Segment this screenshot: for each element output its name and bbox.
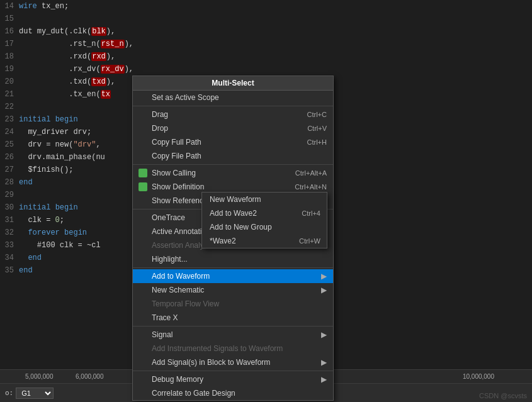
menu-item-trace-x[interactable]: Trace X	[133, 311, 333, 325]
timeline-tick-3: 10,000,000	[463, 373, 494, 380]
watermark: CSDN @scvsts	[479, 392, 527, 399]
menu-item-drag[interactable]: Drag Ctrl+C	[133, 108, 333, 121]
code-line-14: 14 wire tx_en;	[0, 0, 532, 13]
arrow-icon-new-schematic: ▶	[321, 286, 327, 294]
scope-dropdown[interactable]: G1	[16, 388, 54, 399]
green-icon-calling	[138, 168, 148, 178]
context-menu-title: Multi-Select	[133, 76, 333, 91]
submenu-item-add-to-wave2[interactable]: Add to Wave2 Ctrl+4	[202, 206, 327, 220]
menu-item-debug-memory[interactable]: Debug Memory ▶	[133, 372, 333, 386]
submenu-item-wave2[interactable]: *Wave2 Ctrl+W	[202, 234, 327, 248]
green-icon-definition	[138, 182, 148, 192]
timeline-tick-1: 5,000,000	[25, 373, 54, 380]
timeline-tick-2: 6,000,000	[76, 373, 104, 380]
menu-item-show-calling[interactable]: Show Calling Ctrl+Alt+A	[133, 166, 333, 180]
menu-divider-4	[133, 267, 333, 268]
menu-divider-1	[133, 106, 333, 106]
code-line-16: 16 dut my_dut(.clk(blk),	[0, 25, 532, 38]
menu-item-new-schematic[interactable]: New Schematic ▶	[133, 283, 333, 297]
menu-item-correlate-gate[interactable]: Correlate to Gate Design	[133, 386, 333, 400]
menu-divider-5	[133, 326, 333, 327]
arrow-icon-add-signals: ▶	[321, 358, 327, 367]
scope-label: o:	[5, 389, 13, 397]
code-line-17: 17 .rst_n(rst_n),	[0, 38, 532, 50]
menu-item-add-signals-block[interactable]: Add Signal(s) in Block to Waveform ▶	[133, 355, 333, 369]
submenu-add-to-waveform: New Waveform Add to Wave2 Ctrl+4 Add to …	[201, 192, 327, 248]
submenu-item-new-waveform[interactable]: New Waveform	[202, 193, 327, 206]
submenu-item-add-to-new-group[interactable]: Add to New Group	[202, 220, 327, 234]
menu-item-add-to-waveform[interactable]: Add to Waveform ▶	[133, 269, 333, 283]
menu-item-highlight[interactable]: Highlight...	[133, 252, 333, 266]
menu-item-drop[interactable]: Drop Ctrl+V	[133, 121, 333, 135]
arrow-icon-signal: ▶	[321, 330, 327, 339]
arrow-icon-add-waveform: ▶	[321, 272, 327, 281]
menu-item-add-instrumented: Add Instrumented Signals to Waveform	[133, 342, 333, 355]
code-line-15: 15	[0, 13, 532, 25]
menu-divider-2	[133, 164, 333, 165]
menu-item-signal[interactable]: Signal ▶	[133, 328, 333, 342]
menu-divider-6	[133, 371, 333, 371]
menu-item-copy-file-path[interactable]: Copy File Path	[133, 149, 333, 163]
arrow-icon-debug-memory: ▶	[321, 375, 327, 384]
menu-item-set-active-scope[interactable]: Set as Active Scope	[133, 91, 333, 104]
menu-item-copy-full-path[interactable]: Copy Full Path Ctrl+H	[133, 135, 333, 149]
code-line-18: 18 .rxd(rxd),	[0, 50, 532, 63]
code-line-19: 19 .rx_dv(rx_dv),	[0, 63, 532, 75]
menu-item-temporal-flow-view: Temporal Flow View	[133, 297, 333, 311]
